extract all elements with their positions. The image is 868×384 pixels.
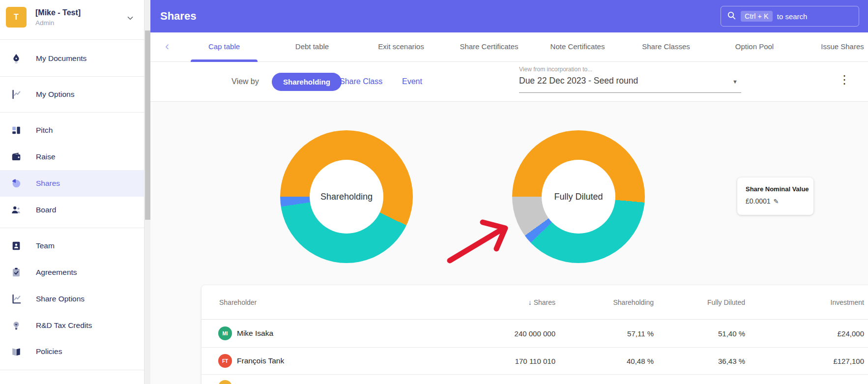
- sidebar-item-label: Shares: [36, 179, 60, 188]
- sidebar-item-label: R&D Tax Credits: [36, 321, 92, 330]
- tab-note-certificates[interactable]: Note Certificates: [550, 32, 605, 61]
- divider: [0, 370, 144, 370]
- column-header-shares[interactable]: ↓Shares: [447, 298, 555, 306]
- shareholding-value: 57,11 %: [555, 329, 654, 338]
- sidebar-item-board[interactable]: Board: [0, 197, 144, 223]
- edit-pencil-icon[interactable]: ✎: [774, 198, 779, 205]
- line-chart-icon: [11, 89, 22, 100]
- donut-center: Fully Diluted: [542, 160, 615, 234]
- shareholder-name: Mike Isaka: [237, 329, 273, 338]
- column-header-shareholder[interactable]: Shareholder: [213, 298, 447, 306]
- share-nominal-value-card: Share Nominal Value £0.0001✎: [737, 177, 813, 215]
- shareholding-donut-chart[interactable]: Shareholding: [280, 130, 413, 263]
- line-chart-icon: [11, 294, 22, 304]
- divider: [0, 76, 144, 77]
- view-mode-event[interactable]: Event: [402, 77, 422, 86]
- company-role: Admin: [35, 19, 54, 27]
- sidebar-item-my-documents[interactable]: My Documents: [0, 45, 144, 72]
- clipboard-check-icon: [11, 267, 22, 278]
- table-row[interactable]: MI Mike Isaka 240 000 000 57,11 % 51,40 …: [202, 320, 868, 348]
- fully-diluted-value: 51,40 %: [654, 329, 745, 338]
- shares-value: 170 110 010: [447, 357, 555, 365]
- sidebar-item-label: Pitch: [36, 126, 53, 135]
- view-by-label: View by: [231, 77, 259, 86]
- tab-cap-table[interactable]: Cap table: [208, 32, 240, 61]
- sidebar-item-label: Policies: [36, 347, 62, 356]
- period-select[interactable]: View from incorporation to... Due 22 Dec…: [519, 65, 741, 93]
- column-header-label: Shares: [534, 298, 555, 306]
- tab-debt-table[interactable]: Debt table: [295, 32, 329, 61]
- sidebar-item-my-options[interactable]: My Options: [0, 81, 144, 108]
- sidebar-item-raise[interactable]: Raise: [0, 144, 144, 170]
- search-icon: [727, 11, 736, 22]
- company-avatar: T: [6, 7, 27, 28]
- nominal-value-title: Share Nominal Value: [746, 185, 809, 193]
- app-screen: T [Mike - Test] Admin My Documents My Op…: [0, 0, 868, 384]
- period-select-value: Due 22 Dec 2023 - Seed round: [519, 76, 638, 86]
- chart-center-label: Fully Diluted: [554, 192, 603, 202]
- shareholders-table: Shareholder ↓Shares Shareholding Fully D…: [202, 285, 868, 384]
- donut-center: Shareholding: [310, 160, 383, 234]
- search-shortcut-badge: Ctrl + K: [741, 11, 773, 22]
- filter-bar: View by Shareholding Share Class Event V…: [150, 62, 868, 102]
- pen-nib-icon: [11, 53, 22, 64]
- tabs-back-icon[interactable]: ‹: [165, 39, 169, 53]
- sidebar-item-label: Raise: [36, 152, 56, 161]
- column-header-investment[interactable]: Investment: [745, 298, 864, 306]
- sidebar-item-label: Board: [36, 206, 56, 214]
- sidebar-item-share-options[interactable]: Share Options: [0, 286, 144, 312]
- tab-issue-shares[interactable]: Issue Shares: [821, 32, 864, 61]
- more-options-button[interactable]: ⋮: [839, 73, 850, 87]
- sidebar-item-label: My Documents: [36, 54, 87, 63]
- tab-option-pool[interactable]: Option Pool: [735, 32, 774, 61]
- tabs-bar: ‹ Cap table Debt table Exit scenarios Sh…: [150, 32, 868, 62]
- people-icon: [11, 205, 22, 215]
- sidebar-item-team[interactable]: Team: [0, 233, 144, 259]
- sidebar-item-label: My Options: [36, 90, 74, 99]
- sidebar-item-label: Share Options: [36, 295, 85, 303]
- page-title: Shares: [160, 0, 196, 32]
- chart-center-label: Shareholding: [320, 192, 373, 202]
- period-select-label: View from incorporation to...: [519, 66, 592, 73]
- sidebar-item-agreements[interactable]: Agreements: [0, 259, 144, 286]
- table-row[interactable]: FT François Tank 170 110 010 40,48 % 36,…: [202, 348, 868, 375]
- search-placeholder: to search: [777, 12, 808, 21]
- sidebar-item-policies[interactable]: Policies: [0, 338, 144, 365]
- nominal-value: £0.0001✎: [746, 197, 779, 205]
- shares-value: 240 000 000: [447, 329, 555, 338]
- book-icon: [11, 346, 22, 357]
- tab-share-certificates[interactable]: Share Certificates: [460, 32, 518, 61]
- view-mode-share-class[interactable]: Share Class: [340, 77, 382, 86]
- scrollbar-thumb[interactable]: [145, 30, 150, 220]
- dashboard-icon: [11, 125, 22, 136]
- sidebar: T [Mike - Test] Admin My Documents My Op…: [0, 0, 144, 384]
- shareholding-value: 40,48 %: [555, 357, 654, 365]
- shareholder-name: François Tank: [237, 356, 284, 365]
- sort-desc-icon: ↓: [528, 298, 532, 306]
- sidebar-item-label: Team: [36, 241, 55, 250]
- column-header-fully-diluted[interactable]: Fully Diluted: [654, 298, 745, 306]
- investment-value: £24,000: [745, 329, 864, 338]
- divider: [0, 228, 144, 228]
- sidebar-item-shares[interactable]: Shares: [0, 170, 144, 197]
- sidebar-item-rd-tax-credits[interactable]: R&D Tax Credits: [0, 312, 144, 339]
- divider: [0, 112, 144, 113]
- fully-diluted-donut-chart[interactable]: Fully Diluted: [512, 130, 645, 263]
- avatar: FT: [218, 354, 232, 368]
- company-selector[interactable]: T [Mike - Test] Admin: [0, 0, 144, 39]
- id-badge-icon: [11, 240, 22, 251]
- search-input[interactable]: Ctrl + K to search: [721, 6, 859, 27]
- fully-diluted-value: 36,43 %: [654, 357, 745, 365]
- tab-share-classes[interactable]: Share Classes: [642, 32, 690, 61]
- sidebar-scrollbar[interactable]: [144, 0, 150, 384]
- column-header-shareholding[interactable]: Shareholding: [555, 298, 654, 306]
- sidebar-item-pitch[interactable]: Pitch: [0, 117, 144, 144]
- sidebar-item-label: Agreements: [36, 268, 77, 277]
- red-arrow-annotation: [442, 216, 521, 272]
- view-mode-shareholding[interactable]: Shareholding: [272, 73, 342, 91]
- lightbulb-icon: [11, 320, 22, 331]
- app-bar: Shares Ctrl + K to search: [150, 0, 868, 32]
- wallet-icon: [11, 151, 22, 162]
- tab-exit-scenarios[interactable]: Exit scenarios: [378, 32, 424, 61]
- pie-chart-icon: [11, 178, 22, 189]
